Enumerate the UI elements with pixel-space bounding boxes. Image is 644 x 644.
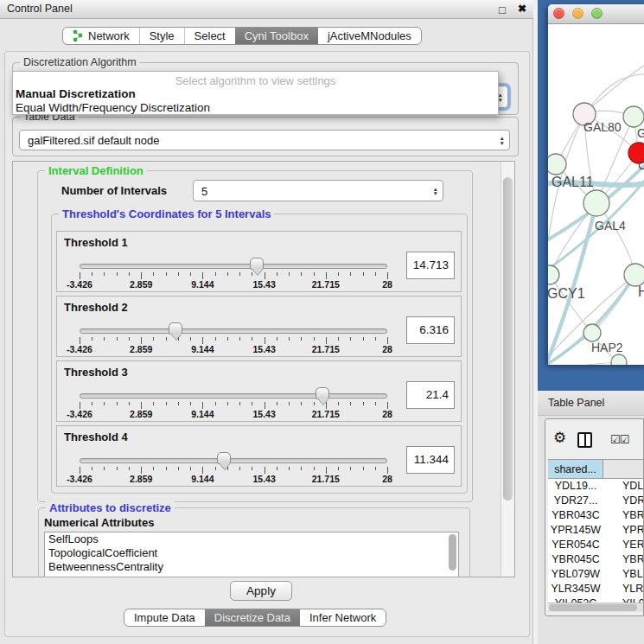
mac-minimize-icon[interactable] — [572, 8, 583, 19]
list-item-topologicalcoefficient[interactable]: TopologicalCoefficient — [45, 546, 458, 560]
slider-tick-labels: -3.4262.8599.14415.4321.71528 — [80, 474, 387, 484]
network-tab-icon — [73, 29, 84, 42]
threshold-3-value-field[interactable]: 21.4 — [406, 381, 455, 409]
table-row[interactable]: YBR045CYBR0 — [548, 552, 644, 567]
algorithm-dropdown-popup: Select algorithm to view settings Manual… — [12, 71, 499, 115]
table-data-combobox[interactable]: galFiltered.sif default node ▲▼ — [19, 130, 510, 150]
close-icon[interactable]: ✖ — [518, 3, 526, 15]
slider-thumb[interactable] — [250, 258, 264, 270]
number-of-intervals-combobox[interactable]: 5 ▲▼ — [193, 180, 443, 201]
scrollbar-thumb[interactable] — [503, 177, 513, 501]
node-gal4[interactable] — [583, 190, 609, 216]
table-body: YDL19...YDL1 YDR27...YDR2 YBR043CYBR0 YP… — [548, 479, 644, 611]
bottom-tab-bar: Impute Data Discretize Data Infer Networ… — [124, 609, 386, 627]
network-canvas[interactable]: GAL80 G C GAL11 GAL4 GCY1 H HAP2 — [548, 24, 644, 365]
threshold-2-value-field[interactable]: 6.316 — [406, 316, 455, 344]
tab-impute-data[interactable]: Impute Data — [124, 609, 205, 626]
number-of-intervals-value: 5 — [201, 184, 207, 197]
threshold-4-panel: Threshold 4 -3.4262.8599.14415.4321.7152… — [56, 425, 462, 487]
node-hap2[interactable] — [583, 324, 601, 341]
threshold-1-panel: Threshold 1 -3.4262.8599.14415.4321.7152… — [56, 231, 462, 292]
column-header-shared-name[interactable]: shared... — [548, 460, 603, 478]
table-row[interactable]: YER054CYER0 — [548, 538, 644, 552]
dropdown-option-equal-width[interactable]: Equal Width/Frequency Discretization — [16, 101, 210, 114]
slider-ticks — [80, 467, 387, 474]
table-row[interactable]: YBL079WYBL0 — [548, 567, 644, 582]
numerical-attributes-list: SelfLoops TopologicalCoefficient Between… — [44, 532, 459, 577]
table-row[interactable]: YLR345WYLR3 — [548, 582, 644, 596]
node-label-partial-h: H — [638, 284, 644, 299]
table-panel-titlebar: Table Panel — [538, 391, 644, 416]
network-window-titlebar — [548, 4, 644, 24]
tab-jactivemnodules[interactable]: jActiveMNodules — [318, 28, 421, 44]
node-label-partial-c: C — [638, 158, 644, 172]
node-partial-g[interactable] — [623, 106, 644, 127]
tab-discretize-data[interactable]: Discretize Data — [205, 609, 300, 626]
table-row[interactable]: YDL19...YDL1 — [548, 479, 644, 494]
tab-style[interactable]: Style — [139, 28, 184, 44]
slider-tick-labels: -3.4262.8599.14415.4321.71528 — [80, 409, 387, 419]
slider-tick-labels: -3.4262.8599.14415.4321.71528 — [80, 344, 387, 354]
control-panel-titlebar: Control Panel □ ✖ — [0, 0, 533, 19]
threshold-4-slider[interactable] — [80, 458, 387, 463]
settings-vertical-scrollbar[interactable] — [501, 162, 514, 577]
node-gcy1[interactable] — [548, 265, 559, 284]
thresholds-group-title: Threshold's Coordinates for 5 Intervals — [59, 207, 274, 220]
slider-thumb[interactable] — [316, 387, 329, 399]
window-title: Control Panel — [7, 3, 73, 15]
slider-ticks — [80, 272, 387, 279]
tab-infer-network[interactable]: Infer Network — [300, 609, 386, 626]
gear-icon[interactable]: ⚙ — [553, 430, 566, 445]
slider-thumb[interactable] — [169, 322, 182, 335]
numerical-attributes-label: Numerical Attributes — [44, 516, 154, 529]
tab-select[interactable]: Select — [184, 28, 235, 44]
scrollbar-thumb[interactable] — [549, 604, 637, 611]
network-graph: GAL80 G C GAL11 GAL4 GCY1 H HAP2 — [548, 24, 644, 365]
apply-button[interactable]: Apply — [230, 581, 292, 601]
dropdown-option-manual-discretization[interactable]: Manual Discretization — [16, 87, 136, 100]
threshold-2-slider[interactable] — [80, 328, 387, 334]
network-view-window: GAL80 G C GAL11 GAL4 GCY1 H HAP2 — [548, 4, 644, 365]
slider-ticks — [80, 337, 387, 344]
tab-cyni-toolbox[interactable]: Cyni Toolbox — [235, 28, 318, 44]
threshold-4-label: Threshold 4 — [64, 430, 128, 443]
node-bottom[interactable] — [611, 354, 627, 365]
column-layout-icon[interactable] — [577, 432, 592, 448]
table-row[interactable]: YDR27...YDR2 — [548, 494, 644, 508]
threshold-1-value-field[interactable]: 14.713 — [406, 252, 455, 279]
attributes-group-title: Attributes to discretize — [46, 501, 175, 514]
select-columns-checkboxes-icon[interactable]: ☑☑ — [610, 433, 628, 446]
combo-stepper-icon: ▲▼ — [433, 186, 438, 195]
attributes-list-scrollbar[interactable] — [448, 534, 457, 577]
slider-ticks — [80, 402, 387, 409]
table-data-combobox-value: galFiltered.sif default node — [28, 134, 159, 147]
table-row[interactable]: YPR145WYPR1 — [548, 523, 644, 538]
table-horizontal-scrollbar[interactable] — [548, 603, 643, 612]
threshold-4-value-field[interactable]: 11.344 — [406, 446, 455, 474]
float-window-icon[interactable]: □ — [499, 3, 506, 16]
table-panel-window: ⚙ ☑☑ shared... n YDL19...YDL1 YDR27...YD… — [545, 418, 644, 616]
tab-network[interactable]: Network — [63, 28, 139, 44]
list-item-selfloops[interactable]: SelfLoops — [45, 532, 458, 546]
threshold-2-panel: Threshold 2 -3.4262.8599.14415.4321.7152… — [56, 296, 462, 357]
slider-tick-labels: -3.4262.8599.14415.4321.71528 — [80, 279, 387, 290]
dropdown-placeholder: Select algorithm to view settings — [13, 74, 498, 87]
slider-thumb[interactable] — [217, 452, 231, 464]
mac-zoom-icon[interactable] — [591, 8, 603, 19]
node-label-hap2: HAP2 — [591, 341, 623, 354]
threshold-3-label: Threshold 3 — [64, 366, 128, 379]
threshold-1-slider[interactable] — [80, 264, 387, 269]
node-label-gcy1: GCY1 — [548, 286, 585, 301]
node-label-gal11: GAL11 — [552, 175, 594, 189]
threshold-3-slider[interactable] — [80, 393, 387, 399]
column-header-name[interactable]: n — [603, 460, 644, 478]
node-h[interactable] — [624, 264, 644, 286]
settings-scrollpane: Interval Definition Number of Intervals … — [12, 161, 515, 577]
node-label-partial-g: G — [637, 126, 644, 140]
table-row[interactable]: YBR043CYBR0 — [548, 508, 644, 523]
list-item-betweennesscentrality[interactable]: BetweennessCentrality — [45, 560, 458, 574]
mac-close-icon[interactable] — [553, 8, 564, 19]
node-gal11[interactable] — [548, 154, 566, 175]
top-tab-bar: Network Style Select Cyni Toolbox jActiv… — [62, 27, 422, 45]
interval-definition-title: Interval Definition — [45, 164, 147, 177]
